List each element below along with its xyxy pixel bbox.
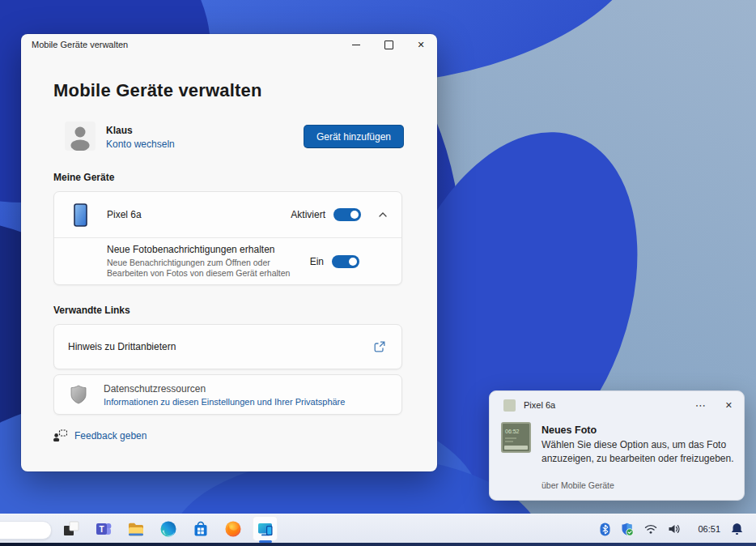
window-title: Mobile Geräte verwalten [32,40,128,49]
system-tray: 06:51 [600,514,743,544]
taskbar-item-teams[interactable]: T [91,516,116,541]
security-shield-icon[interactable] [621,523,634,536]
shield-icon [70,385,87,404]
minimize-icon [352,45,360,45]
firefox-icon [224,520,242,538]
store-icon [192,520,210,538]
close-button[interactable]: ✕ [405,34,437,55]
third-party-link-label: Hinweis zu Drittanbietern [68,341,374,352]
add-device-button[interactable]: Gerät hinzufügen [304,125,404,148]
edge-icon [159,520,177,538]
thumbnail-detail [505,441,513,442]
toast-more-button[interactable]: ⋯ [695,399,706,412]
privacy-card: Datenschutzressourcen Informationen zu d… [53,374,402,415]
taskbar-item-firefox[interactable] [220,516,245,541]
teams-icon: T [95,520,113,538]
toggle-knob [349,258,357,266]
device-row[interactable]: Pixel 6a Aktiviert [54,192,401,237]
desktop: Mobile Geräte verwalten ✕ Mobile Geräte … [0,0,756,546]
thumbnail-detail [505,437,516,439]
toast-photo-thumbnail[interactable]: 06:52 [501,422,531,453]
device-status-label: Aktiviert [291,209,325,220]
feedback-icon [53,429,67,441]
photo-notifications-title: Neue Fotobenachrichtigungen erhalten [107,244,310,255]
privacy-title: Datenschutzressourcen [104,383,345,395]
file-explorer-icon [127,521,145,537]
external-link-icon [374,341,385,352]
bluetooth-icon[interactable] [600,523,610,536]
thumbnail-clock-text: 06:52 [503,424,529,434]
toast-attribution: über Mobile Geräte [542,480,614,490]
window-controls: ✕ [340,34,437,55]
taskbar-item-store[interactable] [188,516,213,541]
taskbar-item-widgets[interactable] [58,516,83,541]
device-toggle[interactable] [333,208,361,221]
privacy-texts: Datenschutzressourcen Informationen zu d… [104,383,345,407]
toast-header: Pixel 6a ⋯ ✕ [490,391,744,419]
close-icon: ✕ [417,41,424,49]
avatar [65,122,96,151]
device-card: Pixel 6a Aktiviert Neue Fotobenachrichti… [53,191,402,285]
section-my-devices: Meine Geräte [53,172,114,183]
taskbar-item-edge[interactable] [155,516,181,541]
taskbar-apps: T [58,516,278,541]
taskbar: T [0,514,756,543]
photo-notifications-description: Neue Benachrichtigungen zum Öffnen oder … [107,258,291,279]
widgets-icon [62,520,80,538]
maximize-button[interactable] [372,34,405,55]
photo-notifications-state-label: Ein [310,256,324,267]
search-input[interactable] [0,521,52,540]
toast-app-icon [503,399,516,412]
privacy-link[interactable]: Informationen zu diesen Einstellungen un… [104,397,345,407]
account-name: Klaus [106,125,133,136]
taskbar-clock[interactable]: 06:51 [698,524,720,534]
device-name: Pixel 6a [107,209,142,220]
toast-body: Wählen Sie diese Option aus, um das Foto… [542,438,745,465]
photo-notifications-texts: Neue Fotobenachrichtigungen erhalten Neu… [107,244,310,279]
minimize-button[interactable] [340,34,372,55]
notification-toast[interactable]: Pixel 6a ⋯ ✕ 06:52 Neues Foto Wählen Sie… [489,390,745,501]
phone-icon [74,203,87,227]
window-titlebar[interactable]: Mobile Geräte verwalten ✕ [21,34,437,55]
feedback-row[interactable]: Feedback geben [53,429,147,441]
section-related-links: Verwandte Links [53,305,130,316]
page-title: Mobile Geräte verwalten [53,79,262,102]
toast-title: Neues Foto [542,424,597,436]
switch-account-link[interactable]: Konto wechseln [106,139,175,150]
svg-text:T: T [99,524,104,533]
maximize-icon [384,41,393,49]
feedback-link[interactable]: Feedback geben [74,430,147,441]
chevron-up-icon[interactable] [379,212,387,217]
screen-bottom-edge [0,543,756,546]
taskbar-item-file-explorer[interactable] [123,516,148,541]
volume-icon[interactable] [668,523,681,535]
photo-notifications-toggle[interactable] [332,255,359,268]
toggle-knob [350,211,359,219]
toast-close-button[interactable]: ✕ [725,400,733,411]
wifi-icon[interactable] [644,524,657,534]
third-party-link-card[interactable]: Hinweis zu Drittanbietern [53,324,402,369]
phone-link-icon [257,520,274,538]
taskbar-item-phone-link[interactable] [253,516,278,541]
photo-notifications-row: Neue Fotobenachrichtigungen erhalten Neu… [54,237,401,284]
toast-app-name: Pixel 6a [524,400,695,410]
thumbnail-detail [504,446,528,450]
notification-bell-icon[interactable] [731,523,743,535]
mobile-devices-window: Mobile Geräte verwalten ✕ Mobile Geräte … [21,34,437,471]
person-icon [65,122,96,151]
